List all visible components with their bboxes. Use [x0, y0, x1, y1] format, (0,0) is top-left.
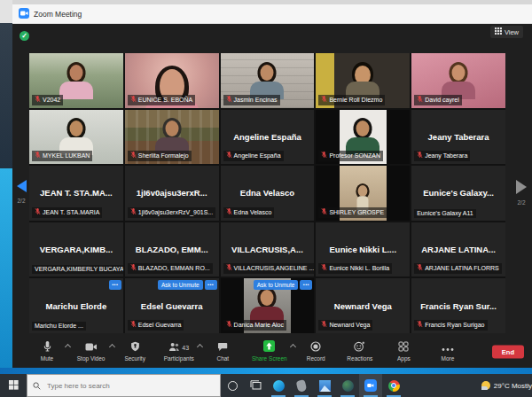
participant-name-label: VILLACRUSIS,ANGELINE ...: [223, 263, 315, 274]
start-button[interactable]: [0, 374, 27, 397]
participant-tile[interactable]: Angeline EspañaAngeline España: [221, 110, 315, 165]
toolbar-mute-button[interactable]: Mute: [27, 341, 67, 362]
muted-mic-icon: [35, 151, 41, 161]
tile-more-options-button[interactable]: •••: [109, 280, 121, 290]
participant-name-text: ARJANE LATINA FLORRS: [425, 264, 499, 273]
taskbar-search[interactable]: [27, 374, 221, 397]
sliver-bottom-segment: [0, 168, 12, 374]
participant-tile[interactable]: EUNICE S. EBOÑA: [125, 53, 219, 108]
toolbar-chat-button[interactable]: Chat: [202, 341, 243, 362]
participant-tile[interactable]: Eunice's Galaxy...Eunice's Galaxy A11: [411, 166, 505, 221]
participant-name-text: Marichu Elorde ...: [35, 322, 83, 331]
task-view-icon: [250, 378, 262, 393]
previous-page-control[interactable]: 2/2: [15, 180, 27, 204]
zoom-taskbar-icon: [364, 379, 377, 392]
muted-mic-icon: [321, 263, 327, 274]
participant-name-text: VILLACRUSIS,ANGELINE ...: [234, 264, 315, 273]
next-page-control[interactable]: 2/2: [514, 180, 528, 206]
participant-tile[interactable]: V2042: [29, 53, 123, 108]
participant-name-label: V2042: [32, 95, 63, 105]
person-silhouette: [240, 62, 293, 99]
participant-name-label: VERGARA,KIMBERLY BUCAYA: [32, 265, 123, 274]
participant-name-text: VERGARA,KIMBERLY BUCAYA: [35, 265, 123, 274]
participant-tile[interactable]: VERGARA,KIMB...VERGARA,KIMBERLY BUCAYA: [29, 222, 123, 277]
toolbar-security-button[interactable]: Security: [114, 341, 155, 362]
taskbar-weather[interactable]: 29°C Mostly: [481, 381, 532, 390]
participant-tile[interactable]: Sherlita Formalejo: [125, 110, 219, 165]
next-page-arrow-icon[interactable]: [516, 180, 527, 194]
participant-tile[interactable]: Newnard VegaNewnard Vega: [316, 278, 410, 333]
participant-tile[interactable]: Jeany TaberaraJeany Taberara: [411, 110, 505, 165]
toolbar-participants-button[interactable]: 43Participants: [159, 341, 200, 362]
zoom-taskbar-button[interactable]: [359, 374, 382, 397]
reactions-icon: [354, 339, 365, 355]
phone-app-taskbar-button[interactable]: [290, 374, 313, 397]
task-view-button[interactable]: [244, 374, 267, 397]
view-button-label: View: [505, 28, 519, 36]
person-silhouette: [344, 183, 382, 210]
participant-tile[interactable]: David cayrel: [411, 53, 505, 108]
participant-tile[interactable]: Bernie Roll Diezmo: [316, 53, 410, 108]
participant-name-label: Angeline España: [223, 151, 284, 161]
toolbar-item-label: Stop Video: [77, 355, 106, 362]
view-button[interactable]: View: [490, 26, 523, 38]
participant-name-text: Jeany Taberara: [425, 152, 467, 160]
globe-app-taskbar-button[interactable]: [336, 374, 359, 397]
participant-tile[interactable]: MYKEL LUKBAN: [29, 110, 123, 165]
participant-name-text: 1jI6v0ajsu3erxRzV_901S...: [138, 208, 213, 217]
toolbar-record-button[interactable]: Record: [295, 341, 336, 362]
previous-page-arrow-icon[interactable]: [17, 180, 27, 192]
participant-name-label: David cayrel: [414, 95, 462, 105]
toolbar-share-screen-button[interactable]: Share Screen: [246, 341, 293, 362]
ask-to-unmute-button[interactable]: Ask to Unmute: [158, 280, 203, 290]
participant-tile[interactable]: 1jI6v0ajsu3erxR...1jI6v0ajsu3erxRzV_901S…: [125, 166, 219, 221]
muted-mic-icon: [321, 207, 327, 218]
toolbar-apps-button[interactable]: Apps: [383, 341, 424, 362]
participants-icon: [168, 339, 180, 355]
photos-taskbar-button[interactable]: [313, 374, 336, 397]
participant-name-label: Edsel Guevarra: [128, 320, 184, 331]
person-silhouette: [145, 118, 199, 155]
taskbar-search-input[interactable]: [45, 381, 191, 391]
person-silhouette: [50, 62, 103, 99]
tile-more-options-button[interactable]: •••: [300, 280, 312, 290]
tile-more-options-button[interactable]: •••: [205, 280, 217, 290]
ask-to-unmute-button[interactable]: Ask to Unmute: [254, 280, 299, 290]
toolbar-more-button[interactable]: More: [427, 341, 468, 362]
participant-name-text: Edsel Guevarra: [138, 321, 182, 330]
participant-tile[interactable]: Eunice Nikki L....Eunice Nikki L. Borill…: [316, 222, 410, 277]
participant-name-label: Profesor SONZAN: [318, 151, 383, 161]
participant-tile[interactable]: VILLACRUSIS,A...VILLACRUSIS,ANGELINE ...: [221, 222, 315, 277]
desktop-screen: Zoom Meeting ✓ View V2042EUNICE S. EBOÑA…: [0, 0, 532, 397]
person-face: [69, 65, 82, 81]
muted-mic-icon: [321, 320, 327, 331]
participant-tile[interactable]: Edna VelascoEdna Velasco: [221, 166, 315, 221]
participant-tile[interactable]: Marichu Elorde•••Marichu Elorde ...: [29, 278, 123, 333]
cortana-button[interactable]: [221, 374, 244, 397]
edge-taskbar-button[interactable]: [267, 374, 290, 397]
toolbar-reactions-button[interactable]: Reactions: [340, 341, 380, 362]
participant-tile[interactable]: Edsel GuevarraAsk to Unmute•••Edsel Guev…: [125, 278, 219, 333]
end-meeting-button[interactable]: End: [492, 345, 524, 358]
muted-mic-icon: [417, 320, 423, 331]
weather-text: 29°C Mostly: [494, 382, 532, 390]
participant-tile[interactable]: Jasmin Encinas: [221, 53, 315, 108]
participant-tile[interactable]: JEAN T. STA.MA...JEAN T. STA.MARIA: [29, 166, 123, 221]
muted-mic-icon: [226, 263, 232, 274]
toolbar-item-label: Reactions: [347, 355, 372, 362]
muted-mic-icon: [130, 207, 137, 218]
toolbar-stop-video-button[interactable]: Stop Video: [71, 341, 112, 362]
participant-tile[interactable]: ARJANE LATINA...ARJANE LATINA FLORRS: [411, 222, 505, 277]
participant-tile[interactable]: SHIRLEY GROSPE: [316, 166, 410, 221]
participant-tile[interactable]: Francis Ryan Sur...Francis Ryan Surigao: [411, 278, 505, 333]
window-titlebar[interactable]: Zoom Meeting: [12, 4, 532, 24]
participant-name-label: SHIRLEY GROSPE: [318, 207, 387, 218]
chrome-taskbar-button[interactable]: [382, 374, 405, 397]
participant-tile[interactable]: Profesor SONZAN: [316, 110, 410, 165]
participant-tile[interactable]: Ask to Unmute•••Danica Marie Aloc: [221, 278, 315, 333]
participant-name-text: David cayrel: [425, 96, 459, 105]
participant-name-text: Newnard Vega: [329, 321, 370, 330]
participant-name-text: Francis Ryan Surigao: [425, 321, 484, 330]
participant-tile[interactable]: BLAZADO, EMM...BLAZADO, EMMAN RO...: [125, 222, 219, 277]
mic-icon: [43, 339, 52, 355]
